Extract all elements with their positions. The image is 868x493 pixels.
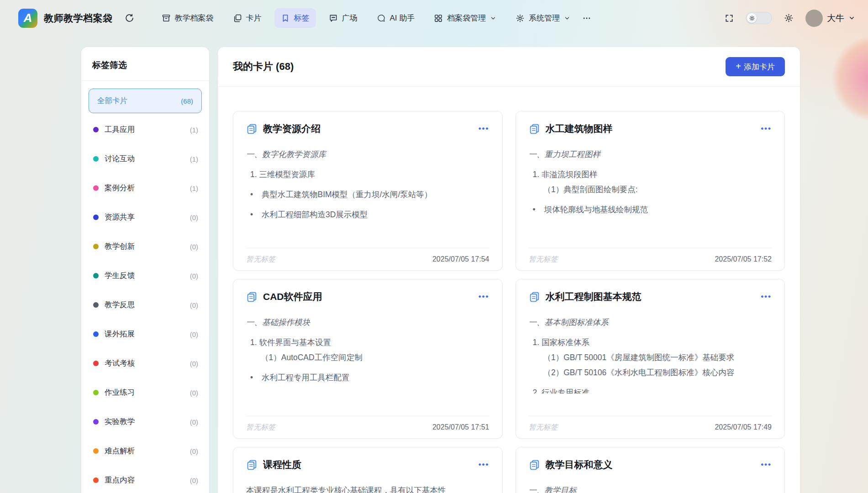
card-timestamp: 2025/07/05 17:51 (432, 423, 489, 431)
gear-icon (516, 14, 525, 23)
bookmark-icon (281, 14, 290, 23)
theme-toggle[interactable] (746, 12, 772, 24)
sidebar-tag-item[interactable]: 重点内容 (0) (81, 466, 209, 493)
nav-item-label: AI 助手 (390, 13, 415, 23)
sidebar-item-all-cards[interactable]: 全部卡片 (68) (89, 89, 202, 113)
sidebar-tag-item[interactable]: 作业练习 (0) (81, 378, 209, 407)
nav-item-chat-round[interactable]: AI 助手 (370, 8, 421, 28)
sidebar-tag-item[interactable]: 课外拓展 (0) (81, 320, 209, 349)
nav-item-chat-square[interactable]: 广场 (322, 8, 364, 28)
card-timestamp: 2025/07/05 17:49 (715, 423, 772, 431)
card[interactable]: 水利工程制图基本规范 ••• 一、基本制图标准体系1. 国家标准体系（1）GB/… (516, 279, 785, 439)
cards-grid: 教学资源介绍 ••• 一、数字化教学资源库1. 三维模型资源库典型水工建筑物BI… (218, 87, 800, 493)
tag-count: (0) (190, 447, 198, 455)
card-timestamp: 2025/07/05 17:52 (715, 255, 772, 263)
tag-color-dot (93, 244, 99, 249)
card[interactable]: 教学资源介绍 ••• 一、数字化教学资源库1. 三维模型资源库典型水工建筑物BI… (233, 111, 503, 271)
main-nav: 教学档案袋 卡片 标签 广场 AI 助手 档案袋管理 系统管理 (155, 8, 577, 28)
card-more-button[interactable]: ••• (761, 126, 772, 131)
nav-item-bookmark[interactable]: 标签 (274, 8, 316, 28)
sidebar-tag-item[interactable]: 学生反馈 (0) (81, 261, 209, 290)
tag-label: 作业练习 (105, 388, 190, 398)
cards-icon (233, 14, 242, 23)
tag-color-dot (93, 185, 99, 191)
tag-filter-sidebar: 标签筛选 全部卡片 (68) 工具应用 (1) 讨论互动 (1) 案例分析 (1… (81, 47, 209, 493)
card-content-line: 界面元素显示优化 (246, 390, 489, 393)
sidebar-tag-item[interactable]: 讨论互动 (1) (81, 144, 209, 173)
card-header: 教学资源介绍 ••• (246, 122, 489, 135)
card-content: 一、教学目标 (529, 483, 772, 493)
card-content-line: 1. 国家标准体系 (529, 335, 772, 350)
sidebar-tag-item[interactable]: 教学创新 (0) (81, 232, 209, 261)
tag-label: 重点内容 (105, 475, 190, 485)
card-header: 水工建筑物图样 ••• (529, 122, 772, 135)
card-more-button[interactable]: ••• (761, 294, 772, 299)
tag-label: 课外拓展 (105, 329, 190, 339)
card-content: 一、基础操作模块1. 软件界面与基本设置（1）AutoCAD工作空间定制水利工程… (246, 315, 489, 393)
card-content-line: 坝体排水与廊道结构绘制方法 (529, 222, 772, 226)
card-content-line: 水利工程细部构造3D展示模型 (246, 207, 489, 222)
card-more-button[interactable]: ••• (479, 294, 489, 299)
fullscreen-icon[interactable] (725, 14, 734, 23)
card-more-button[interactable]: ••• (761, 462, 772, 467)
nav-item-label: 系统管理 (529, 13, 560, 23)
chevron-down-icon (848, 15, 855, 21)
sidebar-tag-item[interactable]: 工具应用 (1) (81, 115, 209, 144)
card-content-line: 一、教学目标 (529, 483, 772, 493)
nav-item-label: 档案袋管理 (447, 13, 486, 23)
card-content-line: 1. 三维模型资源库 (246, 167, 489, 182)
tag-label: 考试考核 (105, 358, 190, 368)
card-tag-label: 暂无标签 (529, 423, 558, 432)
card-title: 水利工程制图基本规范 (546, 290, 756, 303)
card-header: 课程性质 ••• (246, 458, 489, 471)
card-content-line: 1. 非溢流坝段图样 (529, 167, 772, 182)
card-tag-label: 暂无标签 (529, 255, 558, 264)
card-content-line: （1）GB/T 50001《房屋建筑制图统一标准》基础要求 (529, 350, 772, 365)
plus-icon: + (736, 61, 741, 72)
sidebar-tag-item[interactable]: 实验教学 (0) (81, 407, 209, 436)
card-content: 一、基本制图标准体系1. 国家标准体系（1）GB/T 50001《房屋建筑制图统… (529, 315, 772, 393)
tag-count: (0) (190, 243, 198, 251)
card[interactable]: 教学目标和意义 ••• 一、教学目标 暂无标签 (516, 447, 785, 493)
nav-item-grid[interactable]: 档案袋管理 (427, 8, 503, 28)
sidebar-tag-item[interactable]: 资源共享 (0) (81, 203, 209, 232)
tag-count: (0) (190, 477, 198, 484)
user-name: 大牛 (827, 12, 844, 24)
sidebar-tag-item[interactable]: 难点解析 (0) (81, 436, 209, 466)
card-content-line: 一、重力坝工程图样 (529, 147, 772, 162)
nav-item-gear[interactable]: 系统管理 (509, 8, 577, 28)
card[interactable]: 水工建筑物图样 ••• 一、重力坝工程图样1. 非溢流坝段图样（1）典型剖面图绘… (516, 111, 785, 271)
sidebar-tag-item[interactable]: 案例分析 (1) (81, 173, 209, 203)
card-tag-label: 暂无标签 (246, 423, 275, 432)
card[interactable]: 课程性质 ••• 本课程是水利工程类专业核心基础课程，具有以下基本性 暂无标签 (233, 447, 503, 493)
tag-color-dot (93, 273, 99, 278)
tag-color-dot (93, 156, 99, 162)
settings-gear-icon[interactable] (784, 13, 794, 23)
tag-count: (0) (190, 214, 198, 221)
card-more-button[interactable]: ••• (479, 462, 489, 467)
document-icon (246, 291, 258, 303)
card-title: 课程性质 (263, 458, 473, 471)
tag-label: 案例分析 (105, 183, 190, 193)
tag-color-dot (93, 361, 99, 366)
nav-item-archive[interactable]: 教学档案袋 (155, 8, 220, 28)
sidebar-tag-item[interactable]: 教学反思 (0) (81, 290, 209, 320)
card-more-button[interactable]: ••• (479, 126, 489, 131)
card-header: CAD软件应用 ••• (246, 290, 489, 303)
user-menu[interactable]: 大牛 (805, 10, 855, 27)
card-timestamp: 2025/07/05 17:54 (432, 255, 489, 263)
tag-label: 教学创新 (105, 241, 190, 252)
refresh-icon[interactable] (125, 13, 134, 23)
tag-color-dot (93, 390, 99, 395)
tag-count: (0) (190, 330, 198, 338)
add-card-button[interactable]: + 添加卡片 (726, 57, 785, 76)
user-avatar (805, 10, 823, 27)
card-content-line: 水利工程专用工具栏配置 (246, 370, 489, 385)
sidebar-tag-item[interactable]: 考试考核 (0) (81, 349, 209, 378)
grid-icon (434, 14, 443, 23)
card[interactable]: CAD软件应用 ••• 一、基础操作模块1. 软件界面与基本设置（1）AutoC… (233, 279, 503, 439)
nav-more-button[interactable] (577, 9, 597, 27)
nav-item-label: 标签 (294, 13, 310, 23)
card-content-line: （1）AutoCAD工作空间定制 (246, 350, 489, 365)
nav-item-cards[interactable]: 卡片 (226, 8, 268, 28)
